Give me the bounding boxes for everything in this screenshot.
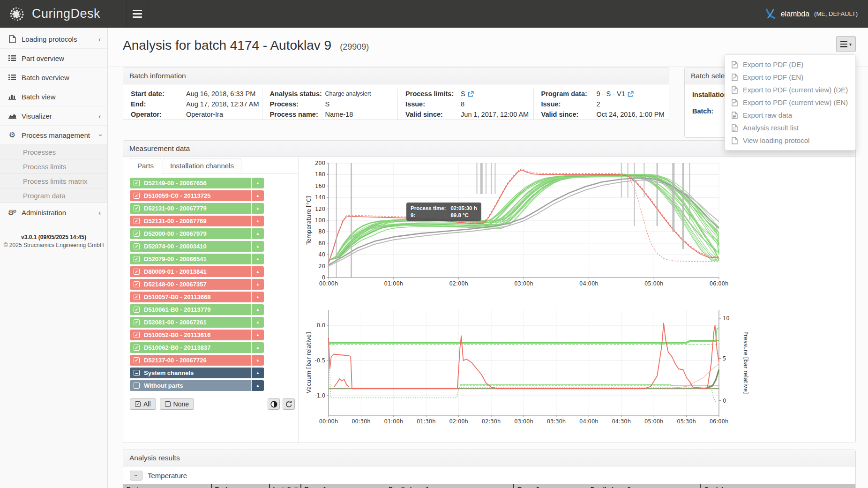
- refresh-button[interactable]: [283, 398, 295, 410]
- part-checkbox[interactable]: ✓: [134, 231, 140, 237]
- batch-info-row: Process:S: [270, 99, 395, 109]
- collapse-caret-button[interactable]: ▲: [251, 342, 264, 353]
- menu-item-export-to-pdf-current-view-de-[interactable]: Export to PDF (current view) (DE): [725, 83, 855, 96]
- batch-info-row: Valid since:Jun 1, 2017, 12:00 AM: [405, 109, 530, 120]
- part-row[interactable]: ✓D52000-00 - 20067979▲: [130, 228, 264, 239]
- collapse-caret-button[interactable]: ▲: [251, 317, 264, 328]
- svg-text:01:00h: 01:00h: [384, 418, 403, 425]
- part-row[interactable]: ✓D510057-B0 - 20113668▲: [130, 292, 264, 302]
- system-channels-row[interactable]: ▬System channels▲: [130, 368, 264, 378]
- batch-information-title: Batch information: [123, 68, 669, 84]
- sidebar-item-part-overview[interactable]: Part overview: [0, 49, 107, 68]
- batch-info-row: End:Aug 17, 2018, 12:37 AM: [131, 99, 259, 109]
- batch-info-row: Analysis status:Charge analysiert: [270, 89, 395, 99]
- collapse-caret-button[interactable]: ▲: [251, 254, 264, 264]
- part-checkbox[interactable]: [134, 383, 140, 389]
- collapse-temperature-button[interactable]: ›: [130, 471, 142, 480]
- part-checkbox[interactable]: ✓: [134, 256, 140, 262]
- export-menu-toggle-button[interactable]: ▾: [836, 36, 856, 52]
- part-checkbox[interactable]: ✓: [134, 218, 140, 224]
- without-parts-row[interactable]: Without parts▲: [130, 380, 264, 391]
- part-row[interactable]: ✓D52137-00 - 20067726▲: [130, 355, 264, 366]
- collapse-caret-button[interactable]: ▲: [251, 178, 264, 188]
- part-checkbox[interactable]: ✓: [134, 345, 140, 351]
- part-checkbox[interactable]: ✓: [134, 357, 140, 363]
- collapse-caret-button[interactable]: ▲: [251, 279, 264, 290]
- part-row[interactable]: ✓D510061-B0 - 20113779▲: [130, 304, 264, 315]
- part-checkbox[interactable]: ✓: [134, 269, 140, 275]
- temperature-chart[interactable]: 00:00h01:00h02:00h03:00h04:00h05:00h06:0…: [304, 158, 855, 295]
- collapse-caret-button[interactable]: ▲: [251, 380, 264, 391]
- invert-contrast-button[interactable]: [268, 398, 280, 410]
- batch-info-row: Issue:2: [541, 99, 666, 109]
- menu-item-view-loading-protocol[interactable]: View loading protocol: [725, 134, 855, 147]
- part-checkbox[interactable]: ✓: [134, 281, 140, 287]
- menu-item-analysis-result-list[interactable]: Analysis result list: [725, 121, 855, 134]
- part-row[interactable]: ✓D52148-00 - 20067357▲: [130, 279, 264, 290]
- part-row[interactable]: ✓D510062-B0 - 20113837▲: [130, 342, 264, 353]
- part-checkbox[interactable]: ✓: [134, 332, 140, 338]
- column-header-tool: Tool: [211, 484, 269, 488]
- areachart-icon: [7, 113, 18, 119]
- sidebar-subitem-process-limits[interactable]: Process limits: [0, 159, 107, 174]
- sidebar-toggle-button[interactable]: [127, 0, 148, 28]
- svg-text:Vacuum [bar relative]: Vacuum [bar relative]: [306, 332, 312, 393]
- vacuum-pressure-chart[interactable]: 00:00h00:30h01:00h01:30h02:00h02:30h03:0…: [304, 304, 855, 434]
- user-menu[interactable]: elambda (ME, DEFAULT): [764, 0, 858, 28]
- part-row[interactable]: ✓D80009-01 - 20013841▲: [130, 266, 264, 277]
- part-row[interactable]: ✓D52079-00 - 20066541▲: [130, 254, 264, 264]
- collapse-caret-button[interactable]: ▲: [251, 292, 264, 302]
- collapse-caret-button[interactable]: ▲: [251, 190, 264, 201]
- tab-parts[interactable]: Parts: [130, 158, 161, 173]
- external-link-icon[interactable]: [468, 91, 474, 97]
- part-checkbox[interactable]: ✓: [134, 180, 140, 186]
- menu-item-export-to-pdf-current-view-en-[interactable]: Export to PDF (current view) (EN): [725, 96, 855, 109]
- collapse-caret-button[interactable]: ▲: [251, 304, 264, 315]
- collapse-caret-button[interactable]: ▲: [251, 241, 264, 252]
- sidebar-item-label: Part overview: [22, 54, 107, 62]
- part-label: Without parts: [144, 382, 251, 389]
- select-all-button[interactable]: ✓ All: [130, 398, 156, 410]
- sidebar-item-visualizer[interactable]: Visualizer‹: [0, 106, 107, 126]
- collapse-caret-button[interactable]: ▲: [251, 216, 264, 226]
- menu-item-export-to-pdf-de-[interactable]: Export to PDF (DE): [725, 58, 855, 71]
- sidebar-item-administration[interactable]: ⚙⚙Administration‹: [0, 203, 107, 222]
- part-checkbox[interactable]: ✓: [134, 319, 140, 325]
- collapse-caret-button[interactable]: ▲: [251, 228, 264, 239]
- part-row[interactable]: ✓D52074-00 - 20003410▲: [130, 241, 264, 252]
- brand[interactable]: CuringDesk: [7, 0, 100, 28]
- app-version: v3.0.1 (09/05/2025 14:45): [0, 234, 107, 240]
- select-none-button[interactable]: None: [160, 398, 194, 410]
- part-row[interactable]: ✓D52131-00 - 20067779▲: [130, 203, 264, 214]
- tab-installation-channels[interactable]: Installation channels: [163, 158, 241, 173]
- collapse-caret-button[interactable]: ▲: [251, 355, 264, 366]
- part-checkbox[interactable]: ▬: [134, 370, 140, 376]
- batch-info-column: Analysis status:Charge analysiertProcess…: [262, 89, 397, 120]
- part-checkbox[interactable]: ✓: [134, 294, 140, 300]
- sidebar-subitem-processes[interactable]: Processes: [0, 145, 107, 159]
- part-checkbox[interactable]: ✓: [134, 243, 140, 249]
- sidebar-subitem-process-limits-matrix[interactable]: Process limits matrix: [0, 174, 107, 188]
- part-checkbox[interactable]: ✓: [134, 193, 140, 199]
- collapse-caret-button[interactable]: ▲: [251, 368, 264, 378]
- part-row[interactable]: ✓D52149-00 - 20067656▲: [130, 178, 264, 188]
- collapse-caret-button[interactable]: ▲: [251, 330, 264, 340]
- part-checkbox[interactable]: ✓: [134, 205, 140, 211]
- menu-item-export-raw-data[interactable]: Export raw data: [725, 109, 855, 121]
- collapse-caret-button[interactable]: ▲: [251, 203, 264, 214]
- sidebar-item-batch-overview[interactable]: Batch overview: [0, 68, 107, 87]
- part-row[interactable]: ✓D52081-00 - 20067261▲: [130, 317, 264, 328]
- menu-item-export-to-pdf-en-[interactable]: Export to PDF (EN): [725, 71, 855, 83]
- part-checkbox[interactable]: ✓: [134, 307, 140, 313]
- part-row[interactable]: ✓D510052-B0 - 20113616▲: [130, 330, 264, 340]
- part-row[interactable]: ✓D510059-C0 - 20113725▲: [130, 190, 264, 201]
- sidebar-item-process-management[interactable]: ⚙Process management‹: [0, 126, 107, 145]
- sidebar-subitem-program-data[interactable]: Program data: [0, 188, 107, 203]
- sidebar-item-loading-protocols[interactable]: Loading protocols‹: [0, 30, 107, 49]
- part-label: D52079-00 - 20066541: [144, 255, 251, 263]
- sidebar-item-batch-view[interactable]: Batch view: [0, 87, 107, 106]
- collapse-caret-button[interactable]: ▲: [251, 266, 264, 277]
- part-row[interactable]: ✓D52131-00 - 20067769▲: [130, 216, 264, 226]
- svg-text:00:30h: 00:30h: [352, 418, 370, 425]
- external-link-icon[interactable]: [628, 91, 634, 97]
